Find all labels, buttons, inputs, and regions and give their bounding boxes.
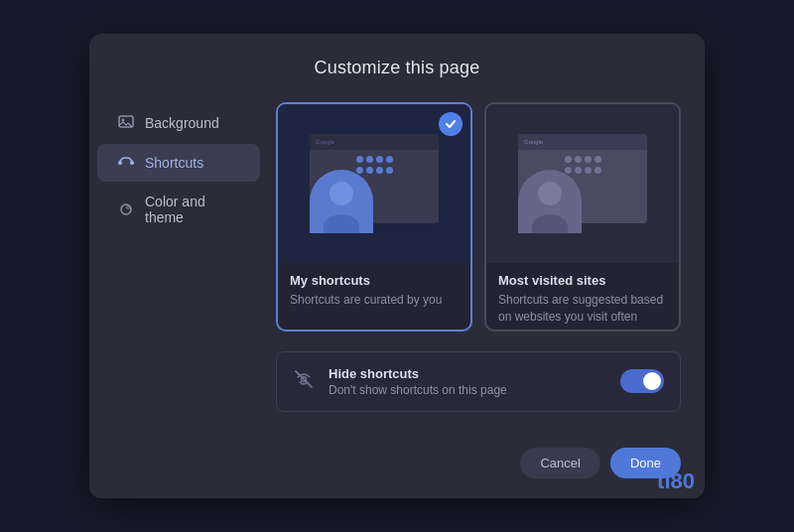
- sidebar-item-shortcuts-label: Shortcuts: [145, 155, 203, 171]
- dialog-title: Customize this page: [89, 34, 705, 94]
- my-shortcuts-title: My shortcuts: [290, 273, 459, 288]
- main-content: Google: [268, 94, 705, 420]
- sidebar-item-color-theme[interactable]: Color and theme: [97, 184, 260, 235]
- background-icon: [117, 114, 135, 132]
- most-visited-preview: Google: [486, 104, 679, 263]
- hide-shortcuts-text: Hide shortcuts Don't show shortcuts on t…: [329, 366, 606, 397]
- hide-shortcuts-description: Don't show shortcuts on this page: [329, 383, 606, 397]
- sidebar-item-shortcuts[interactable]: Shortcuts: [97, 144, 260, 182]
- customize-dialog: Customize this page Background: [89, 34, 705, 498]
- svg-point-2: [118, 161, 122, 165]
- hide-shortcuts-row: Hide shortcuts Don't show shortcuts on t…: [276, 351, 681, 412]
- my-shortcuts-desc: Shortcuts are curated by you: [290, 292, 459, 309]
- done-button[interactable]: Done: [610, 448, 681, 478]
- my-shortcuts-card[interactable]: Google: [276, 102, 472, 332]
- toggle-knob: [643, 372, 661, 390]
- avatar-circle-right: [518, 170, 582, 233]
- sidebar-item-background[interactable]: Background: [97, 104, 260, 142]
- dialog-footer: Cancel Done: [89, 436, 705, 498]
- my-shortcuts-preview: Google: [278, 104, 470, 263]
- svg-point-3: [130, 161, 134, 165]
- most-visited-card[interactable]: Google: [484, 102, 681, 332]
- hide-shortcuts-title: Hide shortcuts: [329, 366, 606, 381]
- hide-shortcuts-toggle[interactable]: [620, 369, 664, 393]
- most-visited-desc: Shortcuts are suggested based on website…: [498, 292, 667, 326]
- most-visited-title: Most visited sites: [498, 273, 667, 288]
- dialog-body: Background Shortcuts: [89, 94, 705, 436]
- color-theme-icon: [117, 200, 135, 218]
- shortcuts-icon: [117, 154, 135, 172]
- selected-check: [439, 112, 463, 136]
- most-visited-label: Most visited sites Shortcuts are suggest…: [486, 263, 679, 330]
- options-row: Google: [276, 102, 681, 332]
- sidebar: Background Shortcuts: [89, 94, 268, 420]
- cancel-button[interactable]: Cancel: [520, 448, 599, 478]
- my-shortcuts-label: My shortcuts Shortcuts are curated by yo…: [278, 263, 470, 313]
- svg-point-1: [122, 119, 125, 122]
- hide-shortcuts-icon: [293, 369, 315, 394]
- avatar-circle-left: [310, 170, 373, 233]
- sidebar-item-color-theme-label: Color and theme: [145, 194, 240, 225]
- sidebar-item-background-label: Background: [145, 115, 219, 131]
